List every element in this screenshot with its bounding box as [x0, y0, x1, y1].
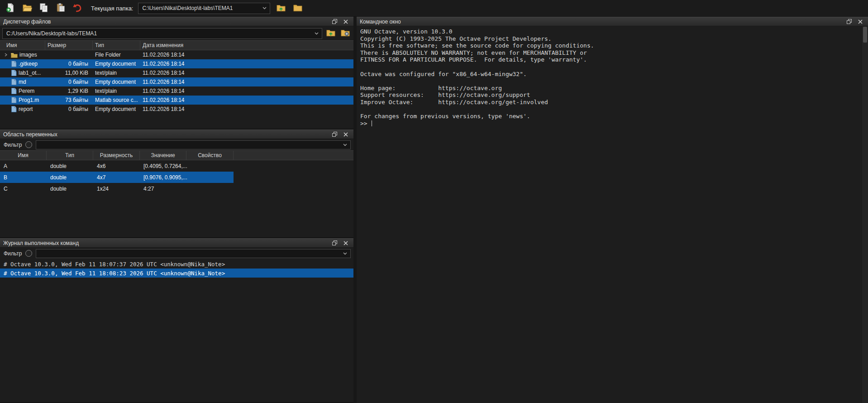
vertical-scrollbar[interactable] — [862, 26, 868, 403]
command-history-titlebar[interactable]: Журнал выполненных команд — [0, 238, 353, 248]
browser-folder-actions-button[interactable] — [339, 28, 351, 39]
workspace-titlebar[interactable]: Область переменных — [0, 130, 353, 139]
variable-dimension: 4x6 — [93, 163, 140, 169]
variable-value: [0.4095, 0.7264,... — [140, 163, 186, 169]
file-name-cell: images — [0, 52, 45, 58]
column-header-name[interactable]: Имя — [0, 41, 45, 50]
file-size: 73 байты — [45, 97, 93, 103]
file-table-body: images File Folder 11.02.2026 18:14 .git… — [0, 50, 353, 129]
file-browser-titlebar[interactable]: Диспетчер файлов — [0, 17, 353, 26]
file-browser-path-row: C:/Users/Nika/Desktop/it-labs/TEMA1 — [0, 26, 353, 40]
browse-folder-button[interactable] — [292, 2, 304, 14]
paste-button[interactable] — [55, 2, 67, 14]
scrollbar-thumb[interactable] — [863, 27, 867, 43]
file-date: 11.02.2026 18:14 — [140, 79, 353, 85]
variable-row[interactable]: B double 4x7 [0.9076, 0.9095,... — [0, 172, 234, 183]
file-row[interactable]: md 0 байты Empty document 11.02.2026 18:… — [0, 77, 353, 86]
main-area: Диспетчер файлов C:/Users/Nika/Desktop/i… — [0, 17, 868, 403]
folder-up-button[interactable] — [275, 2, 287, 14]
command-window-terminal[interactable]: GNU Octave, version 10.3.0 Copyright (C)… — [357, 26, 862, 403]
undo-icon — [72, 3, 82, 14]
open-file-button[interactable] — [21, 2, 33, 14]
file-size: 0 байты — [45, 79, 93, 85]
new-script-icon — [5, 3, 15, 14]
variable-row[interactable]: A double 4x6 [0.4095, 0.7264,... — [0, 160, 234, 172]
folder-icon — [11, 52, 18, 58]
browser-path-combobox[interactable]: C:/Users/Nika/Desktop/it-labs/TEMA1 — [2, 28, 322, 39]
chevron-down-icon — [315, 32, 319, 35]
chevron-down-icon — [343, 252, 347, 255]
command-window-titlebar[interactable]: Командное окно — [357, 17, 868, 26]
browser-folder-up-button[interactable] — [324, 28, 337, 39]
workspace-table-body: A double 4x6 [0.4095, 0.7264,... B doubl… — [0, 160, 353, 237]
new-script-button[interactable] — [5, 2, 16, 14]
history-entry[interactable]: # Octave 10.3.0, Wed Feb 11 18:08:23 202… — [0, 269, 353, 278]
file-name: images — [19, 52, 37, 58]
close-icon — [343, 241, 348, 245]
workspace-filter-combobox[interactable] — [36, 140, 351, 149]
file-row[interactable]: lab1_ot... 11,00 KiB text/plain 11.02.20… — [0, 68, 353, 77]
column-header-name[interactable]: Имя — [0, 151, 47, 160]
chevron-down-icon — [262, 7, 267, 10]
variable-name: A — [0, 163, 47, 169]
history-entry-text: # Octave 10.3.0, Wed Feb 11 18:08:23 202… — [4, 270, 225, 277]
panel-title: Командное окно — [360, 19, 842, 25]
column-header-size[interactable]: Размер — [45, 41, 93, 50]
column-header-dimension[interactable]: Размерность — [93, 151, 140, 160]
left-dock-column: Диспетчер файлов C:/Users/Nika/Desktop/i… — [0, 17, 353, 403]
file-name-cell: report — [0, 106, 45, 112]
column-header-date[interactable]: Дата изменения — [140, 41, 353, 50]
variable-type: double — [47, 163, 93, 169]
close-panel-button[interactable] — [342, 240, 350, 247]
chevron-down-icon — [343, 144, 347, 146]
close-icon — [343, 132, 348, 137]
variable-name: C — [0, 186, 47, 192]
copy-button[interactable] — [38, 2, 50, 14]
undo-button[interactable] — [72, 2, 83, 14]
file-type: Matlab source c... — [93, 97, 140, 103]
current-folder-combobox[interactable]: C:\Users\Nika\Desktop\it-labs\TEMA1 — [138, 3, 270, 14]
filter-checkbox[interactable] — [25, 141, 32, 148]
history-entry[interactable]: # Octave 10.3.0, Wed Feb 11 18:07:37 202… — [0, 259, 353, 269]
undock-panel-button[interactable] — [330, 18, 339, 25]
file-size: 11,00 KiB — [45, 70, 93, 76]
file-row[interactable]: .gitkeep 0 байты Empty document 11.02.20… — [0, 59, 353, 68]
column-header-type[interactable]: Тип — [47, 151, 93, 160]
undock-panel-button[interactable] — [845, 18, 853, 25]
variable-dimension: 4x7 — [93, 174, 140, 181]
undock-icon — [332, 19, 337, 24]
dock-splitter[interactable] — [353, 17, 357, 403]
undock-panel-button[interactable] — [330, 240, 339, 247]
file-type: Empty document — [93, 106, 140, 112]
file-date: 11.02.2026 18:14 — [140, 52, 353, 58]
file-name: report — [19, 106, 33, 112]
file-row[interactable]: images File Folder 11.02.2026 18:14 — [0, 50, 353, 59]
file-row[interactable]: report 0 байты Empty document 11.02.2026… — [0, 105, 353, 114]
column-header-value[interactable]: Значение — [140, 151, 186, 160]
document-icon — [11, 61, 17, 67]
document-icon — [11, 106, 17, 112]
file-row[interactable]: Perem 1,29 KiB text/plain 11.02.2026 18:… — [0, 86, 353, 96]
close-panel-button[interactable] — [856, 18, 864, 25]
undock-panel-button[interactable] — [330, 131, 339, 138]
command-history-panel: Журнал выполненных команд Фильтр — [0, 238, 353, 403]
history-filter-combobox[interactable] — [36, 249, 351, 258]
terminal-banner-text: GNU Octave, version 10.3.0 Copyright (C)… — [360, 28, 860, 120]
variable-row[interactable]: C double 1x24 4:27 — [0, 183, 234, 194]
document-icon — [11, 79, 17, 85]
close-panel-button[interactable] — [342, 18, 350, 25]
file-name-cell: md — [0, 79, 45, 85]
panel-title: Область переменных — [3, 131, 327, 138]
file-row[interactable]: Prog1.m 73 байты Matlab source c... 11.0… — [0, 96, 353, 105]
text-cursor — [372, 120, 372, 126]
column-header-type[interactable]: Тип — [93, 41, 140, 50]
file-name: md — [19, 79, 26, 85]
close-panel-button[interactable] — [342, 131, 350, 138]
filter-checkbox[interactable] — [25, 250, 32, 257]
column-header-attribute[interactable]: Свойство — [186, 151, 234, 160]
history-list: # Octave 10.3.0, Wed Feb 11 18:07:37 202… — [0, 259, 353, 402]
file-table-header: Имя Размер Тип Дата изменения — [0, 40, 353, 50]
expand-chevron-icon[interactable] — [3, 53, 9, 57]
file-type: File Folder — [93, 52, 140, 58]
panel-title: Диспетчер файлов — [3, 19, 327, 25]
